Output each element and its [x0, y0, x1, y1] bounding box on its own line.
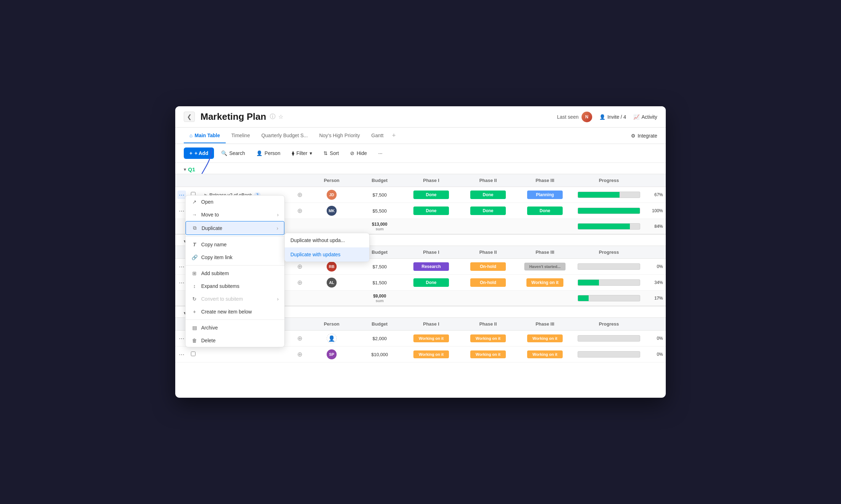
hide-button[interactable]: ⊘ Hide [346, 148, 371, 158]
ctx-expand-subitems-label: Expand subitems [201, 283, 239, 289]
integrate-button[interactable]: ⚙ Integrate [631, 133, 657, 139]
three-dots-button[interactable]: ⋯ [177, 278, 186, 287]
create-below-icon: + [191, 309, 198, 315]
collapse-button[interactable]: ❮ [184, 112, 195, 122]
add-subitem-icon[interactable]: ⊕ [293, 348, 307, 360]
col-header-phase2: Phase II [460, 246, 516, 258]
col-header-name [200, 177, 293, 184]
three-dots-button[interactable]: ⋯ [177, 207, 186, 215]
progress-fill [578, 280, 599, 285]
filter-chevron-icon: ▾ [310, 150, 312, 156]
ctx-create-below[interactable]: + Create new item below [186, 305, 284, 318]
percent-cell: 0% [644, 261, 666, 273]
sum-budget-label: sum [361, 227, 398, 231]
copy-link-icon: 🔗 [191, 254, 198, 260]
person-button[interactable]: 👤 Person [252, 148, 284, 158]
progress-cell [573, 188, 644, 202]
person-cell: MK [307, 204, 357, 218]
tab-main-table[interactable]: ⌂ Main Table [184, 128, 226, 143]
add-subitem-icon: ⊞ [191, 270, 198, 276]
ctx-move-to-label: Move to [201, 212, 219, 218]
phase3-badge: Done [527, 207, 563, 215]
add-subitem-icon[interactable]: ⊕ [293, 261, 307, 273]
home-icon: ⌂ [189, 133, 192, 138]
three-dots-button[interactable]: ⋯ [177, 334, 186, 343]
col-header-budget: Budget [357, 318, 403, 330]
activity-button[interactable]: 📈 Activity [633, 114, 657, 120]
search-icon: 🔍 [221, 150, 227, 156]
toolbar: + + Add 🔍 Search 👤 Person ⧫ Filter ▾ ⇅ S… [175, 144, 666, 163]
phase1-cell: Done [403, 276, 460, 289]
ctx-move-to[interactable]: → Move to › [186, 208, 284, 221]
add-subitem-icon[interactable]: ⊕ [293, 205, 307, 217]
col-header-phase1: Phase I [403, 174, 460, 187]
search-button[interactable]: 🔍 Search [217, 148, 249, 158]
last-seen-label: Last seen [557, 114, 579, 120]
ctx-copy-link-label: Copy item link [201, 254, 232, 260]
more-button[interactable]: ··· [374, 148, 387, 158]
ctx-add-subitem[interactable]: ⊞ Add subitem [186, 267, 284, 280]
sum-progress [573, 292, 644, 304]
tab-timeline-label: Timeline [231, 133, 250, 138]
row-checkbox[interactable] [189, 348, 200, 361]
budget-cell: $7,500 [357, 261, 403, 273]
add-button[interactable]: + + Add [184, 148, 214, 159]
budget-cell: $5,500 [357, 205, 403, 217]
sort-button[interactable]: ⇅ Sort [319, 148, 343, 158]
progress-cell [573, 204, 644, 218]
tab-timeline[interactable]: Timeline [226, 128, 256, 143]
sum-progress [573, 220, 644, 232]
tab-noy[interactable]: Noy's High Priority [314, 128, 366, 143]
ctx-copy-link[interactable]: 🔗 Copy item link [186, 251, 284, 264]
ctx-copy-name[interactable]: T Copy name [186, 238, 284, 251]
duplicate-icon: ⧉ [192, 225, 198, 231]
progress-bar [578, 279, 640, 286]
phase3-badge: Planning [527, 191, 563, 199]
tabs-bar: ⌂ Main Table Timeline Quarterly Budget S… [175, 128, 666, 144]
info-icon[interactable]: ⓘ [270, 113, 275, 120]
phase2-badge: Working on it [470, 350, 506, 358]
ctx-open[interactable]: ↗ Open [186, 195, 284, 208]
filter-label: Filter [296, 150, 307, 156]
tab-quarterly[interactable]: Quarterly Budget S... [256, 128, 314, 143]
ctx-divider-3 [186, 320, 284, 320]
percent-cell: 67% [644, 189, 666, 201]
ctx-delete-label: Delete [201, 338, 215, 343]
delete-icon: 🗑 [191, 338, 198, 343]
dup-with-button[interactable]: Duplicate with updates [285, 247, 369, 262]
tab-noy-label: Noy's High Priority [319, 133, 360, 138]
ctx-expand-subitems[interactable]: ↕ Expand subitems [186, 280, 284, 293]
sum-phase1 [403, 223, 460, 230]
sum-phase2 [460, 223, 516, 230]
phase1-cell: Working on it [403, 348, 460, 360]
add-subitem-icon[interactable]: ⊕ [293, 332, 307, 344]
ctx-delete[interactable]: 🗑 Delete [186, 334, 284, 347]
hide-icon: ⊘ [350, 150, 354, 156]
phase2-cell: Working on it [460, 348, 516, 360]
last-seen: Last seen N [557, 112, 592, 122]
col-header-phase2: Phase II [460, 318, 516, 330]
filter-button[interactable]: ⧫ Filter ▾ [288, 148, 316, 158]
add-subitem-icon[interactable]: ⊕ [293, 189, 307, 201]
progress-bar [578, 351, 640, 358]
person-filter-icon: 👤 [256, 150, 262, 156]
archive-icon: ▤ [191, 325, 198, 331]
invite-button[interactable]: 👤 Invite / 4 [599, 114, 626, 120]
three-dots-button[interactable]: ⋯ [177, 191, 186, 199]
add-subitem-icon[interactable]: ⊕ [293, 277, 307, 289]
phase2-badge: On-hold [470, 278, 506, 287]
ctx-archive[interactable]: ▤ Archive [186, 321, 284, 334]
ctx-duplicate[interactable]: ⧉ Duplicate › [186, 221, 284, 235]
person-icon: 👤 [599, 114, 605, 120]
filter-icon: ⧫ [292, 150, 294, 156]
add-tab-button[interactable]: + [389, 128, 399, 144]
ctx-add-subitem-label: Add subitem [201, 270, 229, 276]
activity-label: Activity [642, 114, 657, 120]
dup-without-button[interactable]: Duplicate without upda... [285, 233, 369, 247]
q1-chevron-icon[interactable]: ▾ [184, 167, 186, 172]
tab-gantt[interactable]: Gantt [366, 128, 389, 143]
star-icon[interactable]: ☆ [278, 113, 283, 120]
three-dots-button[interactable]: ⋯ [177, 262, 186, 271]
col-header-phase3: Phase III [516, 174, 573, 187]
three-dots-button[interactable]: ⋯ [177, 350, 186, 359]
